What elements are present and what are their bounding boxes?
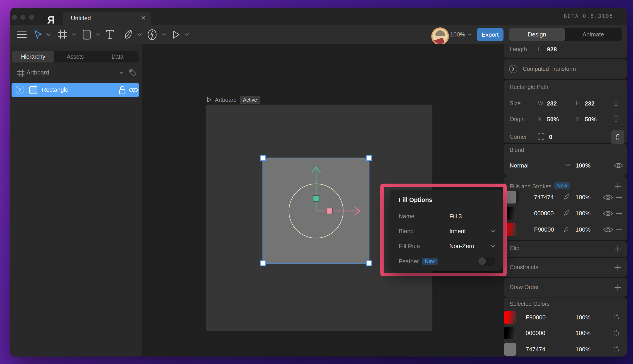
- toolbar: 100% Export Design Animate: [10, 25, 627, 44]
- add-draw-order-button[interactable]: [614, 284, 622, 291]
- window-minimize-button[interactable]: [20, 15, 25, 20]
- target-icon[interactable]: [612, 345, 620, 354]
- tab-hierarchy[interactable]: Hierarchy: [12, 51, 54, 62]
- tree-item-artboard[interactable]: Artboard: [10, 67, 142, 79]
- tab-animate[interactable]: Animate: [565, 28, 622, 42]
- feather-icon[interactable]: [563, 226, 570, 233]
- expand-chevron-icon[interactable]: [16, 86, 24, 94]
- fill-hex[interactable]: F90000: [534, 226, 554, 233]
- select-tool[interactable]: [34, 25, 51, 44]
- origin-x-field[interactable]: 50%: [547, 116, 559, 123]
- tab-design[interactable]: Design: [509, 28, 565, 41]
- feather-icon[interactable]: [563, 194, 570, 200]
- pen-tool[interactable]: [124, 25, 142, 44]
- color-row[interactable]: F90000 100%: [504, 311, 627, 324]
- chevron-down-icon[interactable]: [184, 33, 189, 36]
- fill-opacity[interactable]: 100%: [576, 226, 591, 233]
- chevron-down-icon[interactable]: [490, 230, 495, 233]
- color-opacity[interactable]: 100%: [576, 330, 591, 336]
- color-swatch[interactable]: [504, 343, 516, 356]
- fill-hex[interactable]: 000000: [534, 210, 554, 217]
- bolt-tool[interactable]: [147, 25, 166, 44]
- tree-item-rectangle[interactable]: Rectangle: [12, 82, 139, 97]
- eye-icon[interactable]: [613, 162, 624, 169]
- eye-icon[interactable]: [603, 210, 613, 217]
- constraints-header: Constraints: [510, 264, 538, 270]
- expand-chevron-icon[interactable]: [509, 65, 517, 73]
- window-close-button[interactable]: [12, 15, 17, 20]
- remove-fill-icon[interactable]: [616, 213, 622, 214]
- corner-link-button[interactable]: [611, 130, 624, 145]
- target-icon[interactable]: [612, 313, 620, 322]
- chevron-down-icon[interactable]: [138, 33, 142, 36]
- tab-assets[interactable]: Assets: [54, 51, 96, 62]
- name-value[interactable]: Fill 3: [450, 213, 462, 220]
- fill-opacity[interactable]: 100%: [576, 210, 591, 217]
- target-icon[interactable]: [612, 329, 620, 338]
- document-tab[interactable]: Untitled ✕: [63, 12, 151, 25]
- remove-fill-icon[interactable]: [616, 229, 622, 230]
- eye-icon[interactable]: [128, 87, 139, 94]
- length-value[interactable]: 928: [547, 46, 557, 53]
- height-field[interactable]: 232: [585, 100, 594, 107]
- feather-icon[interactable]: [563, 210, 570, 217]
- shape-icon: [29, 86, 37, 94]
- fill-opacity[interactable]: 100%: [576, 194, 591, 201]
- tag-icon[interactable]: [129, 69, 137, 77]
- fill-hex[interactable]: 747474: [534, 194, 554, 201]
- unlock-icon[interactable]: [118, 86, 126, 94]
- link-icon[interactable]: [613, 114, 619, 123]
- fill-row[interactable]: 000000 100%: [504, 207, 627, 220]
- origin-y-field[interactable]: 50%: [585, 116, 596, 123]
- chevron-down-icon[interactable]: [96, 33, 100, 36]
- blend-opacity-field[interactable]: 100%: [576, 162, 591, 169]
- rectangle-tool[interactable]: [82, 25, 100, 44]
- tree-item-label: Artboard: [26, 69, 49, 76]
- color-hex[interactable]: F90000: [526, 314, 546, 321]
- chevron-down-icon[interactable]: [162, 33, 166, 36]
- corner-field[interactable]: 0: [549, 134, 552, 140]
- y-axis-handle[interactable]: [313, 196, 319, 202]
- add-fill-button[interactable]: [614, 183, 622, 190]
- chevron-down-icon[interactable]: [46, 33, 51, 36]
- avatar[interactable]: [431, 28, 449, 45]
- add-constraint-button[interactable]: [614, 264, 622, 271]
- chevron-down-icon[interactable]: [565, 164, 570, 166]
- export-button[interactable]: Export: [477, 28, 504, 41]
- section-computed-transform[interactable]: Computed Transform: [504, 59, 627, 79]
- close-icon[interactable]: ✕: [141, 12, 146, 25]
- chevron-down-icon[interactable]: [72, 33, 76, 36]
- add-clip-button[interactable]: [614, 246, 622, 253]
- chevron-down-icon[interactable]: [490, 245, 495, 248]
- fill-row[interactable]: 747474 100%: [504, 191, 627, 204]
- artboard-tool[interactable]: [58, 25, 76, 44]
- color-hex[interactable]: 000000: [526, 330, 546, 336]
- section-clip: Clip: [504, 241, 627, 257]
- color-row[interactable]: 747474 100%: [504, 343, 627, 356]
- color-row[interactable]: 000000 100%: [504, 327, 627, 339]
- eye-icon[interactable]: [603, 194, 613, 201]
- chevron-down-icon[interactable]: [119, 72, 124, 74]
- fill-row[interactable]: F90000 100%: [504, 223, 627, 236]
- x-axis-handle[interactable]: [326, 208, 332, 214]
- feather-toggle[interactable]: [478, 257, 495, 266]
- window-zoom-button[interactable]: [29, 15, 34, 20]
- menu-button[interactable]: [16, 25, 27, 44]
- color-opacity[interactable]: 100%: [576, 346, 591, 353]
- color-hex[interactable]: 747474: [526, 346, 546, 353]
- text-tool[interactable]: [105, 25, 114, 44]
- width-field[interactable]: 232: [547, 100, 557, 107]
- blend-select[interactable]: Inherit: [450, 228, 466, 235]
- eye-icon[interactable]: [603, 226, 613, 233]
- color-swatch[interactable]: [504, 311, 516, 324]
- color-opacity[interactable]: 100%: [576, 314, 591, 321]
- zoom-control[interactable]: 100%: [450, 25, 472, 44]
- tab-data[interactable]: Data: [96, 51, 138, 62]
- text-icon: [105, 30, 114, 40]
- remove-fill-icon[interactable]: [616, 197, 622, 198]
- blend-mode-select[interactable]: Normal: [510, 162, 529, 169]
- link-icon[interactable]: [613, 99, 619, 107]
- play-tool[interactable]: [172, 25, 189, 44]
- fill-rule-select[interactable]: Non-Zero: [450, 243, 474, 250]
- color-swatch[interactable]: [504, 327, 516, 339]
